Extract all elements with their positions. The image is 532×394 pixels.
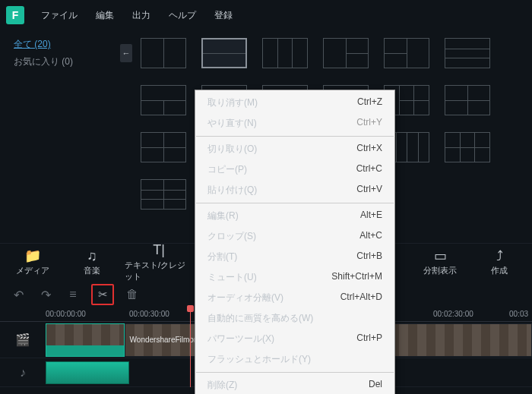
context-menu-label: 分割(T) — [207, 251, 237, 263]
sidebar-favorites[interactable]: お気に入り (0) — [14, 55, 119, 68]
context-menu-label: やり直す(N) — [207, 117, 257, 130]
context-menu-separator — [196, 203, 394, 203]
context-menu-label: 削除(Z) — [207, 379, 237, 392]
context-menu-shortcut: Alt+C — [359, 230, 382, 243]
music-icon: ♫ — [87, 248, 97, 263]
context-menu-shortcut: Alt+E — [360, 210, 382, 222]
tab-export[interactable]: ⤴作成 — [473, 244, 526, 281]
tab-music[interactable]: ♫音楽 — [65, 244, 119, 281]
context-menu-item[interactable]: 削除(Z)Del — [195, 375, 394, 394]
layout-thumb[interactable] — [141, 179, 186, 210]
context-menu-item[interactable]: 分割(T)Ctrl+B — [195, 247, 394, 267]
layout-thumb[interactable] — [141, 85, 186, 115]
context-menu-label: コピー(P) — [207, 163, 247, 176]
trash-button[interactable]: 🗑 — [123, 285, 141, 304]
context-menu-item[interactable]: 切り取り(O)Ctrl+X — [195, 139, 394, 159]
context-menu-shortcut: Del — [369, 379, 382, 392]
context-menu-item[interactable]: コピー(P)Ctrl+C — [195, 159, 394, 180]
folder-icon: 📁 — [24, 248, 41, 263]
context-menu-label: パワーツール(X) — [207, 333, 274, 345]
context-menu-label: クロップ(S) — [207, 230, 256, 243]
layout-thumb[interactable] — [445, 38, 490, 68]
context-menu-label: ミュート(U) — [207, 271, 257, 284]
context-menu-shortcut: Ctrl+Y — [356, 117, 382, 130]
menu-edit[interactable]: 編集 — [88, 6, 122, 25]
context-menu-item[interactable]: 取り消す(M)Ctrl+Z — [195, 93, 394, 113]
context-menu-label: 切り取り(O) — [207, 143, 257, 156]
text-icon: T| — [153, 243, 165, 258]
context-menu-item[interactable]: 自動的に画質を高める(W) — [195, 308, 394, 329]
context-menu-item: やり直す(N)Ctrl+Y — [195, 113, 394, 134]
context-menu-item[interactable]: オーディオ分離(V)Ctrl+Alt+D — [195, 288, 394, 308]
context-menu-shortcut: Shift+Ctrl+M — [331, 271, 382, 284]
video-clip[interactable] — [46, 323, 125, 357]
time-mark: 00:02:30:00 — [433, 310, 473, 318]
context-menu-shortcut: Ctrl+C — [356, 163, 382, 176]
layout-thumb[interactable] — [445, 85, 490, 115]
time-mark: 00:00:00:00 — [46, 310, 86, 318]
layout-thumb[interactable] — [445, 132, 490, 162]
video-clip[interactable] — [389, 323, 532, 357]
context-menu-item[interactable]: フラッシュとホールド(Y) — [195, 349, 394, 370]
context-menu-label: フラッシュとホールド(Y) — [207, 353, 311, 366]
sidebar-collapse-button[interactable]: ← — [120, 44, 132, 62]
context-menu-shortcut: Ctrl+V — [356, 184, 382, 197]
context-menu-label: 編集(R) — [207, 210, 239, 222]
context-menu-shortcut: Ctrl+Alt+D — [340, 292, 382, 304]
layout-thumb[interactable] — [141, 38, 186, 68]
export-icon: ⤴ — [496, 248, 503, 263]
split-icon: ▭ — [434, 248, 447, 263]
context-menu-separator — [196, 136, 394, 137]
menu-file[interactable]: ファイル — [33, 6, 85, 25]
app-logo: F — [6, 6, 24, 24]
audio-track-icon: ♪ — [0, 366, 46, 380]
context-menu-shortcut: Ctrl+Z — [357, 96, 382, 109]
context-menu-item[interactable]: クロップ(S)Alt+C — [195, 226, 394, 247]
sidebar: 全て (20) お気に入り (0) — [0, 30, 133, 243]
audio-clip[interactable] — [46, 361, 129, 384]
context-menu-item[interactable]: 編集(R)Alt+E — [195, 206, 394, 226]
sidebar-all-link[interactable]: 全て (20) — [14, 38, 119, 51]
context-menu-shortcut: Ctrl+P — [356, 333, 382, 345]
layout-thumb[interactable] — [323, 38, 369, 68]
time-mark: 00:00:30:00 — [129, 310, 169, 318]
context-menu-separator — [196, 372, 394, 373]
context-menu-label: オーディオ分離(V) — [207, 292, 283, 304]
context-menu-shortcut: Ctrl+X — [356, 143, 382, 156]
video-track-icon: 🎬 — [0, 333, 46, 347]
context-menu: 取り消す(M)Ctrl+Zやり直す(N)Ctrl+Y切り取り(O)Ctrl+Xコ… — [195, 90, 395, 394]
context-menu-item[interactable]: 貼り付け(Q)Ctrl+V — [195, 180, 394, 200]
tab-text[interactable]: T|テキスト/クレジット — [125, 244, 193, 281]
menu-help[interactable]: ヘルプ — [161, 6, 204, 25]
context-menu-label: 自動的に画質を高める(W) — [207, 312, 313, 325]
context-menu-shortcut: Ctrl+B — [356, 251, 382, 263]
playhead[interactable] — [190, 308, 191, 387]
layout-thumb[interactable] — [201, 38, 247, 68]
layout-thumb[interactable] — [141, 132, 186, 162]
context-menu-item[interactable]: パワーツール(X)Ctrl+P — [195, 329, 394, 349]
context-menu-label: 貼り付け(Q) — [207, 184, 257, 197]
menu-button[interactable]: ≡ — [64, 285, 82, 304]
menubar: F ファイル 編集 出力 ヘルプ 登録 — [0, 0, 532, 30]
scissors-button[interactable]: ✂ — [91, 284, 114, 305]
layout-thumb[interactable] — [384, 38, 429, 68]
menu-register[interactable]: 登録 — [207, 6, 240, 25]
tab-split-view[interactable]: ▭分割表示 — [413, 244, 467, 281]
undo-button[interactable]: ↶ — [9, 285, 27, 304]
layout-thumb[interactable] — [262, 38, 308, 68]
tab-media[interactable]: 📁メディア — [6, 244, 59, 281]
menu-output[interactable]: 出力 — [125, 6, 158, 25]
redo-button[interactable]: ↷ — [36, 285, 55, 304]
time-mark: 00:03 — [509, 310, 528, 318]
context-menu-label: 取り消す(M) — [207, 96, 258, 109]
context-menu-item[interactable]: ミュート(U)Shift+Ctrl+M — [195, 267, 394, 288]
